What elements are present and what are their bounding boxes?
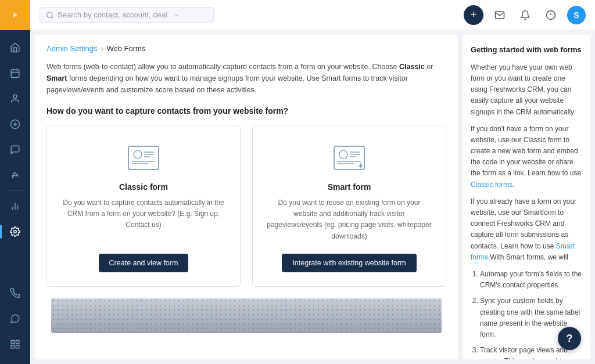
intro-text: Web forms (web-to-contact) allow you to …	[46, 61, 442, 96]
svg-rect-17	[11, 345, 14, 348]
integrate-website-form-button[interactable]: Integrate with existing website form	[282, 254, 416, 272]
sidebar-item-chat[interactable]	[0, 306, 30, 331]
sidebar-item-home[interactable]	[0, 35, 30, 60]
classic-form-title: Classic form	[119, 182, 168, 192]
sidebar-item-messages[interactable]	[0, 137, 30, 163]
sidebar-item-grid[interactable]	[0, 331, 30, 357]
search-placeholder: Search by contact, account, deal	[58, 10, 167, 19]
svg-point-32	[339, 150, 347, 158]
right-panel-para1: Whether you have your own web form or yo…	[471, 62, 582, 118]
main-area: Search by contact, account, deal + S Adm…	[30, 0, 595, 364]
classic-form-card: Classic form Do you want to capture cont…	[46, 125, 241, 287]
topbar-actions: + S	[464, 5, 586, 25]
content-wrapper: Admin Settings › Web Forms Web forms (we…	[30, 30, 595, 364]
user-avatar[interactable]: S	[567, 6, 586, 24]
svg-text:F: F	[13, 12, 17, 19]
breadcrumb-current: Web Forms	[106, 44, 145, 53]
sidebar-item-campaigns[interactable]	[0, 163, 30, 188]
svg-point-14	[14, 230, 17, 233]
svg-rect-24	[128, 146, 159, 170]
right-panel-list-item-1: Automap your form's fields to the CRM's …	[480, 269, 582, 291]
add-button[interactable]: +	[464, 5, 483, 25]
sidebar-nav	[0, 30, 30, 280]
breadcrumb: Admin Settings › Web Forms	[46, 44, 446, 53]
svg-point-19	[47, 12, 52, 17]
right-panel: Getting started with web forms Whether y…	[463, 35, 590, 359]
breadcrumb-separator: ›	[101, 45, 103, 53]
section-question: How do you want to capture contacts from…	[46, 106, 446, 116]
bottom-pattern	[51, 298, 442, 333]
sidebar-item-reports[interactable]	[0, 193, 30, 219]
dot-pattern	[51, 298, 442, 333]
classic-forms-link[interactable]: Classic forms	[471, 181, 512, 189]
sidebar: F	[0, 0, 30, 364]
forms-container: Classic form Do you want to capture cont…	[46, 125, 446, 287]
sidebar-divider	[6, 190, 24, 191]
breadcrumb-parent[interactable]: Admin Settings	[46, 44, 97, 53]
email-icon[interactable]	[490, 6, 509, 24]
svg-rect-16	[16, 340, 19, 343]
help-button[interactable]: ?	[558, 327, 581, 350]
search-icon	[46, 11, 54, 19]
smart-form-title: Smart form	[328, 182, 371, 192]
svg-rect-18	[16, 345, 19, 348]
sidebar-item-calendar[interactable]	[0, 60, 30, 86]
right-panel-para3: If you already have a form on your websi…	[471, 196, 582, 263]
alert-icon[interactable]	[542, 6, 560, 24]
svg-point-6	[13, 95, 17, 98]
main-content: Admin Settings › Web Forms Web forms (we…	[35, 35, 458, 359]
svg-marker-10	[13, 172, 18, 176]
smart-form-icon	[328, 142, 370, 174]
svg-line-20	[52, 16, 53, 18]
sidebar-item-phone[interactable]	[0, 280, 30, 306]
create-view-form-button[interactable]: Create and view form	[99, 254, 189, 272]
sidebar-item-settings[interactable]	[0, 219, 30, 244]
classic-form-icon	[123, 142, 164, 174]
smart-form-card: Smart form Do you want to reuse an exist…	[252, 125, 446, 287]
classic-form-desc: Do you want to capture contacts automati…	[61, 197, 226, 242]
right-panel-title: Getting started with web forms	[471, 44, 582, 56]
right-panel-para2: If you don't have a form on your website…	[471, 124, 582, 190]
search-area[interactable]: Search by contact, account, deal	[40, 7, 214, 23]
topbar: Search by contact, account, deal + S	[30, 0, 595, 30]
smart-form-desc: Do you want to reuse an existing form on…	[267, 197, 432, 242]
sidebar-item-deals[interactable]	[0, 111, 30, 137]
svg-rect-15	[11, 340, 14, 343]
chevron-down-icon	[173, 12, 180, 19]
app-logo[interactable]: F	[0, 0, 30, 30]
svg-point-25	[134, 150, 142, 158]
sidebar-bottom	[0, 280, 30, 364]
svg-rect-2	[11, 70, 19, 78]
sidebar-item-contacts[interactable]	[0, 86, 30, 111]
notifications-icon[interactable]	[516, 6, 535, 24]
